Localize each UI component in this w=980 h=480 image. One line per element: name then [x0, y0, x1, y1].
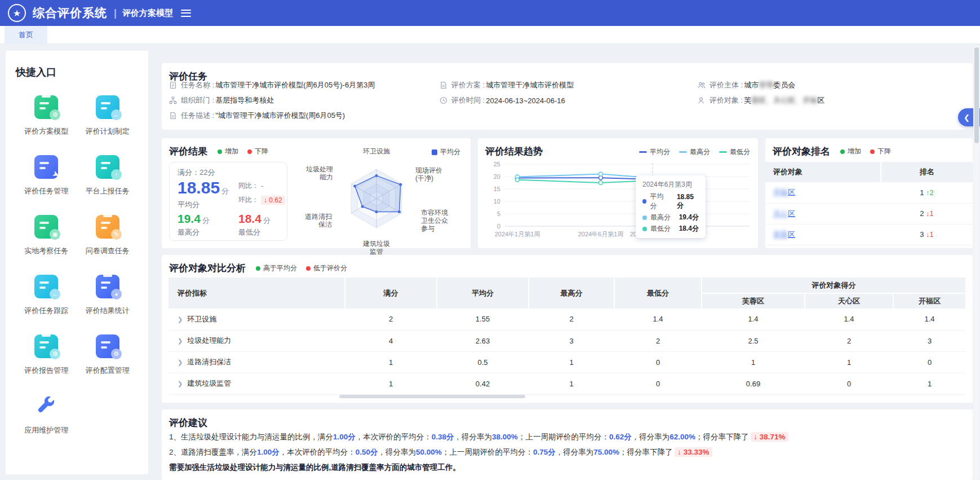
- sidebar-item-label: 评价配置管理: [86, 365, 130, 376]
- legend-item-增加: 增加: [840, 147, 861, 156]
- expand-chevron-icon[interactable]: ❯: [178, 316, 183, 323]
- horizontal-scrollbar[interactable]: [339, 395, 525, 398]
- 评价报告管理-icon: ⚙: [33, 333, 60, 360]
- sidebar-item-平台上报任务[interactable]: ↑平台上报任务: [77, 153, 139, 196]
- task-field-任务名称: 任务名称 :城市管理干净城市评价模型(周6月05号)-6月第3周: [169, 80, 375, 90]
- region-score-芙蓉区: 2.5: [702, 330, 805, 351]
- sidebar-title: 快捷入口: [16, 65, 138, 79]
- sidebar-item-问卷调查任务[interactable]: ✎问卷调查任务: [77, 213, 139, 256]
- cmp-header-group: 评价对象得分: [702, 278, 966, 293]
- vertical-scrollbar[interactable]: [973, 45, 979, 480]
- expand-chevron-icon[interactable]: ❯: [178, 337, 183, 344]
- sidebar-item-评价结果统计[interactable]: ◕评价结果统计: [77, 273, 139, 316]
- app-title: 综合评价系统: [33, 5, 107, 21]
- comparison-row: ❯道路清扫保洁10.510110: [168, 351, 966, 373]
- 评价配置管理-icon: ⚙: [94, 333, 121, 360]
- sidebar-item-评价配置管理[interactable]: ⚙评价配置管理: [77, 333, 139, 376]
- task-field-评价方案: 评价方案 :城市管理干净城市评价模型: [440, 80, 574, 90]
- suggestion-line-3: 需要加强生活垃圾处理设计能力与清运量的比例,道路清扫覆盖率方面的城市管理工作。: [169, 463, 460, 473]
- legend-item-下降: 下降: [247, 147, 268, 156]
- pencil-badge: ✎: [111, 229, 122, 240]
- sidebar-item-label: 实地考察任务: [24, 246, 68, 256]
- tooltip-row-最高分: 最高分19.4分: [642, 213, 699, 222]
- radar-axis-垃圾处理能力: 垃圾处理能力: [306, 165, 333, 181]
- 应用维护管理-icon: [33, 393, 60, 420]
- expand-chevron-icon[interactable]: ❯: [178, 359, 183, 365]
- trend-legend-最高分[interactable]: 最高分: [679, 147, 710, 157]
- title-divider: |: [114, 7, 117, 19]
- sidebar-item-应用维护管理[interactable]: 应用维护管理: [16, 393, 77, 435]
- region-link[interactable]: 开福区: [773, 188, 795, 196]
- sidebar-item-评价方案模型[interactable]: ⚙评价方案模型: [16, 94, 77, 136]
- sidebar-item-评价计划制定[interactable]: ←评价计划制定: [77, 94, 139, 136]
- suggestion-line-2: 2、道路清扫覆盖率，满分1.00分，本次评价的平均分：0.50分，得分率为50.…: [169, 447, 712, 457]
- top-navbar: ★ 综合评价系统 | 评价方案模型: [0, 0, 980, 26]
- avg-score-label: 平均分: [178, 200, 199, 210]
- 问卷调查任务-icon: ✎: [94, 213, 121, 240]
- region-link[interactable]: 芙蓉区: [773, 230, 795, 239]
- comparison-table: 评价指标 满分 平均分 最高分 最低分 评价对象得分 芙蓉区天心区开福区 ❯环卫…: [168, 278, 966, 395]
- trend-legend-最低分[interactable]: 最低分: [719, 147, 750, 157]
- gear-badge: ⚙: [50, 349, 60, 359]
- doc-icon: [169, 81, 177, 89]
- series-dot-icon: [642, 199, 646, 204]
- gear-badge: ⚙: [111, 349, 122, 359]
- scrollbar-thumb[interactable]: [974, 47, 979, 143]
- cmp-header-avg: 平均分: [437, 278, 529, 309]
- 平台上报任务-icon: ↑: [94, 153, 121, 180]
- comparison-legend: 高于平均分低于评价分: [256, 263, 347, 273]
- region-score-开福区: 1: [893, 373, 966, 394]
- suggestion-line-1: 1、生活垃圾处理设计能力与清运量的比例，满分1.00分，本次评价的平均分：0.3…: [169, 432, 788, 442]
- org-icon: [169, 96, 177, 104]
- legend-dot-icon: [840, 149, 845, 154]
- task-field-评价时间: 评价时间 :2024-06-13~2024-06-16: [440, 95, 565, 105]
- task-field-value: "城市管理干净城市评价模型(周6月05号): [215, 111, 345, 121]
- trend-card-title: 评价结果趋势: [485, 145, 543, 158]
- y-axis-tick: 20: [494, 173, 500, 180]
- sidebar-item-实地考察任务[interactable]: ◉实地考察任务: [16, 213, 77, 256]
- rank-cell: 2 ↓1: [881, 203, 973, 224]
- y-axis-tick: 0: [497, 223, 500, 230]
- 评价方案模型-icon: ⚙: [33, 94, 60, 121]
- 评价计划制定-icon: ←: [94, 94, 121, 121]
- x-axis-label: 2024年6月第1周: [578, 230, 624, 239]
- result-legend: 增加下降: [218, 147, 268, 156]
- expand-chevron-icon[interactable]: ❯: [178, 380, 183, 387]
- sidebar-item-label: 评价计划制定: [86, 126, 130, 136]
- comparison-card-title: 评价对象对比分析: [169, 262, 246, 275]
- legend-dot-icon: [306, 266, 311, 271]
- menu-hamburger-icon[interactable]: [181, 10, 191, 17]
- avg-score: 18.85分: [178, 178, 229, 197]
- stat-cell-min: 0: [614, 373, 702, 394]
- sidebar-item-评价报告管理[interactable]: ⚙评价报告管理: [16, 333, 77, 376]
- suggestion-card-title: 评价建议: [169, 416, 207, 429]
- region-score-天心区: 2: [805, 330, 893, 351]
- ranking-header-object: 评价对象: [765, 162, 881, 182]
- sidebar-item-评价任务管理[interactable]: ➤评价任务管理: [16, 153, 77, 196]
- evaluation-task-card: 评价任务 任务名称 :城市管理干净城市评价模型(周6月05号)-6月第3周组织部…: [162, 63, 973, 130]
- stat-cell-full: 1: [345, 351, 437, 373]
- tab-home[interactable]: 首页: [5, 26, 47, 44]
- series-line-swatch: [719, 151, 727, 153]
- stat-cell-min: 2: [614, 330, 702, 351]
- max-score-label: 最高分: [178, 227, 199, 237]
- max-score: 19.4分: [178, 212, 210, 226]
- sidebar-item-评价任务跟踪[interactable]: ←评价任务跟踪: [16, 273, 77, 316]
- sidebar-item-label: 问卷调查任务: [86, 246, 130, 256]
- series-line-swatch: [639, 151, 647, 153]
- region-score-芙蓉区: 0.69: [702, 373, 805, 394]
- chart-tooltip: 2024年6月第3周 平均分18.85分最高分19.4分最低分18.4分: [636, 175, 706, 238]
- stat-cell-max: 1: [529, 351, 614, 373]
- radar-axis-现场评价(干净): 现场评价(干净): [415, 166, 442, 182]
- trend-legend-平均分[interactable]: 平均分: [639, 147, 670, 157]
- ranking-card-title: 评价对象排名: [773, 145, 830, 158]
- tooltip-row-最低分: 最低分18.4分: [642, 224, 699, 234]
- y-axis-tick: 15: [494, 186, 500, 192]
- ranking-header-rank: 排名: [881, 162, 973, 182]
- result-card-title: 评价结果: [169, 145, 207, 158]
- task-field-value: 城市管理干净城市评价模型: [486, 80, 574, 90]
- arrow-left-badge: ←: [50, 289, 60, 300]
- sidebar-item-label: 评价结果统计: [86, 306, 130, 316]
- ranking-row: 开福区1 ↑2: [765, 182, 973, 203]
- region-link[interactable]: 天心区: [773, 209, 795, 218]
